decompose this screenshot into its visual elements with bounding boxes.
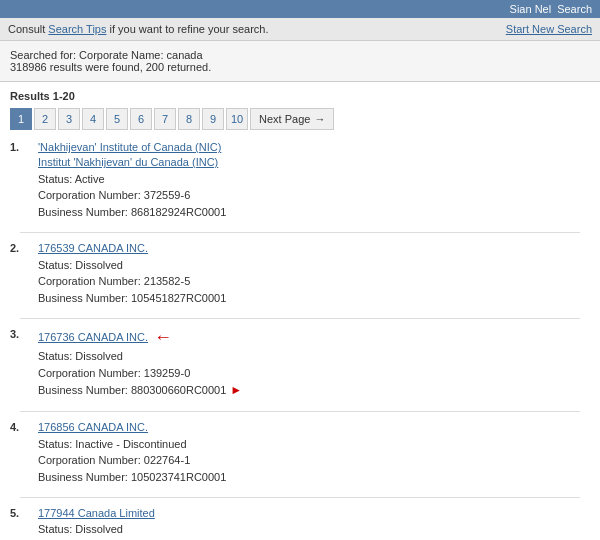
result-status: Status: Active (38, 171, 590, 188)
page-btn-8[interactable]: 8 (178, 108, 200, 130)
user-label: Sian Nel (510, 3, 552, 15)
start-new-search-link[interactable]: Start New Search (506, 23, 592, 35)
page-btn-9[interactable]: 9 (202, 108, 224, 130)
tips-text: Consult Search Tips if you want to refin… (8, 23, 268, 35)
result-link-3[interactable]: 176736 CANADA INC. (38, 330, 148, 345)
annotation-arrow-right-small-icon: ► (230, 381, 242, 399)
page-btn-2[interactable]: 2 (34, 108, 56, 130)
result-number: 1. (10, 140, 38, 220)
page-btn-10[interactable]: 10 (226, 108, 248, 130)
start-new-search: Start New Search (506, 23, 592, 35)
result-corp-num: Corporation Number: 022764-1 (38, 452, 590, 469)
result-biz-num: Business Number: 105451827RC0001 (38, 290, 590, 307)
table-row: 3. 176736 CANADA INC. ← Status: Dissolve… (10, 327, 590, 399)
result-status: Status: Dissolved (38, 257, 590, 274)
result-number: 4. (10, 420, 38, 485)
result-number: 2. (10, 241, 38, 306)
result-body: 'Nakhijevan' Institute of Canada (NIC) I… (38, 140, 590, 220)
result-corp-num: Corporation Number: 372559-6 (38, 187, 590, 204)
table-row: 4. 176856 CANADA INC. Status: Inactive -… (10, 420, 590, 485)
result-body: 176539 CANADA INC. Status: Dissolved Cor… (38, 241, 590, 306)
result-link-1a[interactable]: 'Nakhijevan' Institute of Canada (NIC) (38, 140, 590, 155)
page-btn-3[interactable]: 3 (58, 108, 80, 130)
result-corp-num: Corporation Number: 213582-5 (38, 273, 590, 290)
page-btn-5[interactable]: 5 (106, 108, 128, 130)
result-link-1b[interactable]: Institut 'Nakhijevan' du Canada (INC) (38, 155, 590, 170)
annotation-arrow-left-icon: ← (154, 327, 172, 348)
result-body: 177944 Canada Limited Status: Dissolved (38, 506, 590, 538)
table-row: 2. 176539 CANADA INC. Status: Dissolved … (10, 241, 590, 306)
result-status: Status: Inactive - Discontinued (38, 436, 590, 453)
tips-bar: Consult Search Tips if you want to refin… (0, 18, 600, 41)
search-tips-link[interactable]: Search Tips (48, 23, 106, 35)
page-btn-4[interactable]: 4 (82, 108, 104, 130)
top-search-link[interactable]: Search (557, 3, 592, 15)
top-bar: Sian Nel Search (0, 0, 600, 18)
result-body: 176856 CANADA INC. Status: Inactive - Di… (38, 420, 590, 485)
next-page-label: Next Page (259, 113, 310, 125)
result-body: 176736 CANADA INC. ← Status: Dissolved C… (38, 327, 590, 399)
pagination: 1 2 3 4 5 6 7 8 9 10 Next Page → (10, 108, 590, 130)
page-btn-6[interactable]: 6 (130, 108, 152, 130)
result-link-4[interactable]: 176856 CANADA INC. (38, 420, 590, 435)
result-biz-num: Business Number: 880300660RC0001 ► (38, 381, 590, 399)
table-row: 5. 177944 Canada Limited Status: Dissolv… (10, 506, 590, 538)
results-section: Results 1-20 1 2 3 4 5 6 7 8 9 10 Next P… (0, 82, 600, 540)
search-info: Searched for: Corporate Name: canada 318… (0, 41, 600, 82)
search-criteria: Searched for: Corporate Name: canada (10, 49, 590, 61)
result-biz-num: Business Number: 868182924RC0001 (38, 204, 590, 221)
search-count: 318986 results were found, 200 returned. (10, 61, 590, 73)
result-number: 5. (10, 506, 38, 538)
page-btn-1[interactable]: 1 (10, 108, 32, 130)
result-corp-num: Corporation Number: 139259-0 (38, 365, 590, 382)
result-link-2[interactable]: 176539 CANADA INC. (38, 241, 590, 256)
result-status: Status: Dissolved (38, 348, 590, 365)
next-page-button[interactable]: Next Page → (250, 108, 334, 130)
table-row: 1. 'Nakhijevan' Institute of Canada (NIC… (10, 140, 590, 220)
result-link-5[interactable]: 177944 Canada Limited (38, 506, 590, 521)
page-btn-7[interactable]: 7 (154, 108, 176, 130)
result-number: 3. (10, 327, 38, 399)
result-status: Status: Dissolved (38, 521, 590, 538)
next-page-arrow: → (314, 113, 325, 125)
results-label: Results 1-20 (10, 90, 590, 102)
result-biz-num: Business Number: 105023741RC0001 (38, 469, 590, 486)
